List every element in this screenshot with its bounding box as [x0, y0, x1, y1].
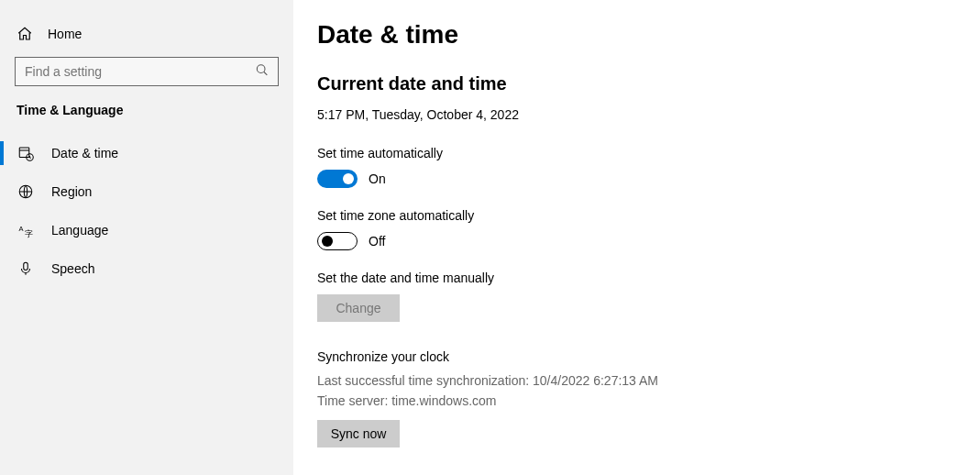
calendar-clock-icon [17, 145, 35, 161]
sidebar-item-label: Date & time [51, 146, 118, 160]
content: Date & time Current date and time 5:17 P… [293, 0, 658, 475]
search-input[interactable] [15, 57, 279, 86]
sidebar-item-language[interactable]: A字 Language [0, 211, 293, 249]
sidebar-item-region[interactable]: Region [0, 172, 293, 211]
microphone-icon [17, 260, 35, 277]
search-wrap [0, 57, 293, 103]
sidebar: Home Time & Language Date & time Region … [0, 0, 293, 475]
svg-rect-2 [19, 148, 29, 158]
change-button: Change [317, 294, 400, 322]
page-title: Date & time [317, 20, 658, 50]
sync-heading: Synchronize your clock [317, 349, 658, 364]
section-title: Current date and time [317, 73, 658, 94]
sidebar-item-date-time[interactable]: Date & time [0, 134, 293, 172]
set-tz-auto-state: Off [369, 234, 385, 249]
language-icon: A字 [17, 222, 35, 238]
set-tz-auto-label: Set time zone automatically [317, 208, 658, 223]
sidebar-item-label: Speech [51, 261, 94, 276]
category-title: Time & Language [0, 103, 293, 134]
current-datetime: 5:17 PM, Tuesday, October 4, 2022 [317, 107, 658, 122]
sync-last: Last successful time synchronization: 10… [317, 371, 658, 392]
sync-now-button[interactable]: Sync now [317, 420, 400, 447]
home-label: Home [48, 27, 82, 41]
set-time-auto-state: On [369, 171, 386, 186]
sync-server: Time server: time.windows.com [317, 392, 658, 412]
sync-info: Last successful time synchronization: 10… [317, 371, 658, 411]
home-nav[interactable]: Home [0, 18, 293, 57]
svg-text:字: 字 [25, 229, 33, 238]
set-time-auto-label: Set time automatically [317, 146, 658, 160]
set-tz-auto-toggle[interactable] [317, 232, 358, 250]
home-icon [17, 26, 33, 42]
svg-text:A: A [19, 225, 24, 233]
svg-rect-8 [24, 262, 28, 270]
sidebar-item-speech[interactable]: Speech [0, 249, 293, 288]
sidebar-item-label: Region [51, 184, 92, 199]
manual-label: Set the date and time manually [317, 271, 658, 285]
globe-icon [17, 183, 35, 200]
sidebar-item-label: Language [51, 223, 108, 238]
set-time-auto-toggle[interactable] [317, 170, 358, 188]
